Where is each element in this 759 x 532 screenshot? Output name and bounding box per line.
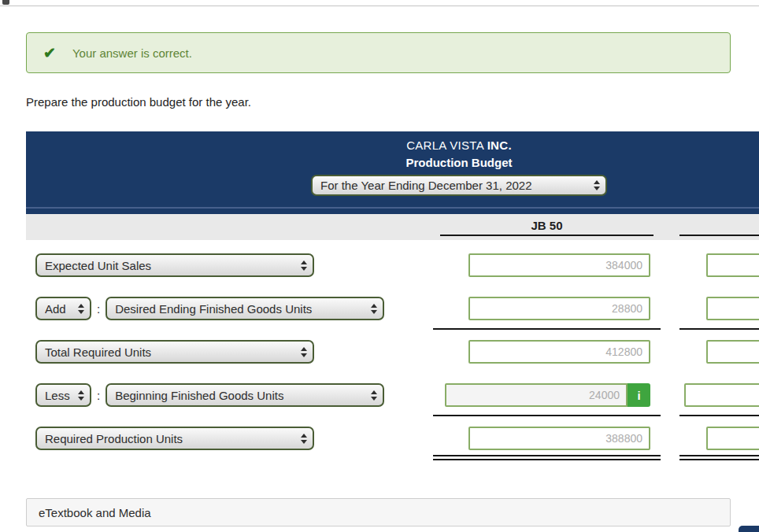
chevron-up-down-icon — [371, 304, 377, 314]
header-strip — [26, 209, 759, 214]
partial-button[interactable] — [739, 526, 759, 532]
add-prefix-select[interactable]: Add — [35, 297, 91, 320]
row-beginning-finished: Less : Beginning Finished Goods Units i — [26, 383, 759, 407]
chevron-up-down-icon — [371, 390, 377, 401]
subtotal-rule — [26, 328, 759, 330]
jb50-expected-unit-sales-input[interactable] — [468, 253, 650, 277]
budget-rows: Expected Unit Sales Add — [26, 253, 759, 460]
total-double-rule — [26, 455, 759, 460]
chevron-up-down-icon — [301, 347, 307, 357]
info-icon[interactable]: i — [628, 383, 650, 407]
colon: : — [97, 389, 100, 402]
top-border — [0, 0, 759, 6]
top-partial-mark — [2, 0, 9, 5]
jb50-total-required-input[interactable] — [468, 340, 650, 364]
etextbook-button[interactable]: eTextbook and Media — [26, 498, 731, 526]
company-name: CARLA VISTA INC. — [26, 139, 759, 152]
row-required-production: Required Production Units — [26, 427, 759, 450]
beginning-finished-goods-select[interactable]: Beginning Finished Goods Units — [106, 383, 384, 407]
chevron-up-down-icon — [78, 390, 84, 401]
total-required-units-select[interactable]: Total Required Units — [35, 340, 314, 364]
budget-table: CARLA VISTA INC. Production Budget For t… — [26, 131, 759, 471]
col2-required-production-input[interactable] — [706, 427, 759, 450]
jb50-required-production-input[interactable] — [468, 427, 650, 450]
column-header-jb50: JB 50 — [531, 219, 562, 232]
col2-expected-unit-sales-input[interactable] — [706, 253, 759, 277]
row-desired-ending: Add : Desired Ending Finished Goods Unit… — [26, 297, 759, 320]
colon: : — [97, 302, 100, 316]
chevron-up-down-icon — [78, 304, 84, 314]
budget-header: CARLA VISTA INC. Production Budget For t… — [26, 131, 759, 207]
col2-beginning-finished-input[interactable] — [684, 383, 759, 407]
less-prefix-select[interactable]: Less — [35, 383, 91, 407]
budget-title: Production Budget — [26, 156, 759, 169]
column-header-band: JB 50 — [26, 214, 759, 240]
column-underline — [440, 235, 653, 236]
row-total-required: Total Required Units — [26, 340, 759, 364]
prompt-text: Prepare the production budget for the ye… — [26, 95, 731, 109]
column-underline-2 — [679, 235, 759, 236]
check-icon: ✔ — [43, 44, 56, 62]
success-text: Your answer is correct. — [72, 46, 192, 60]
chevron-up-down-icon — [594, 180, 600, 190]
page: ✔ Your answer is correct. Prepare the pr… — [0, 32, 759, 526]
subtotal-rule — [26, 415, 759, 416]
desired-ending-finished-goods-select[interactable]: Desired Ending Finished Goods Units — [106, 297, 384, 320]
jb50-desired-ending-input[interactable] — [468, 297, 650, 320]
col2-total-required-input[interactable] — [706, 340, 759, 364]
expected-unit-sales-select[interactable]: Expected Unit Sales — [35, 253, 314, 277]
jb50-beginning-finished-input[interactable] — [445, 383, 628, 407]
period-select[interactable]: For the Year Ending December 31, 2022 — [311, 175, 607, 196]
col2-desired-ending-input[interactable] — [706, 297, 759, 320]
chevron-up-down-icon — [301, 260, 307, 271]
row-expected-unit-sales: Expected Unit Sales — [26, 253, 759, 277]
chevron-up-down-icon — [301, 434, 307, 444]
success-banner: ✔ Your answer is correct. — [26, 32, 731, 73]
required-production-units-select[interactable]: Required Production Units — [35, 427, 314, 450]
